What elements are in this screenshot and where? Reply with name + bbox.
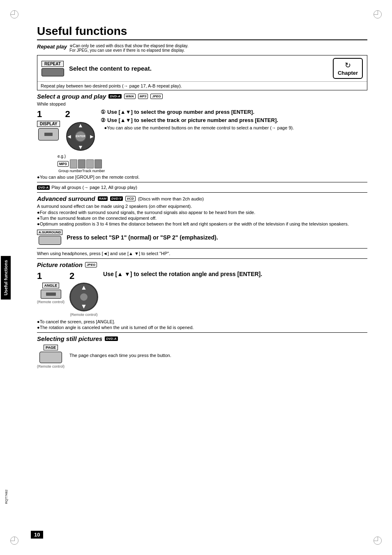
repeat-icon: ↻: [338, 61, 358, 70]
mp3-badge-eg: MP3: [58, 161, 69, 167]
file-icons: [70, 159, 102, 168]
repeat-ab-note: Repeat play between two desired points (…: [37, 82, 367, 90]
dvda-note: DVD-A Play all groups (→ page 12, All gr…: [37, 185, 367, 190]
surround-press-row: A.SURROUND Press to select "SP 1" (norma…: [37, 230, 367, 245]
badge-mp3: MP3: [138, 94, 148, 99]
advanced-surround-title: Advanced surround RAM DVD-V VCD (Discs w…: [37, 195, 367, 202]
selecting-still-title: Selecting still pictures DVD-A: [37, 335, 367, 342]
selecting-still-section: Selecting still pictures DVD-A PAGE (Rem…: [37, 335, 367, 368]
still-steps: PAGE (Remote control) The page changes e…: [37, 345, 367, 368]
page-title: Useful functions: [37, 25, 367, 40]
angle-label: ANGLE: [42, 283, 60, 288]
asurround-label: A.SURROUND: [37, 230, 62, 235]
page-btn-sublabel: (Remote control): [37, 364, 65, 368]
step2-bullet: ●You can also use the numbered buttons o…: [104, 125, 367, 130]
rotation-step1-sublabel: (Remote control): [37, 300, 65, 304]
page-btn-graphic: [39, 352, 62, 363]
dpad-right-arrow: ►: [89, 133, 95, 140]
badge-jpeg-rot: JPEG: [85, 262, 97, 267]
rot-dpad-down: ▼: [81, 303, 87, 310]
rotation-bullet-1: ●To cancel the screen, press [ANGLE].: [37, 319, 367, 324]
group-remote-note: ●You can also use [GROUP] on the remote …: [37, 175, 367, 180]
surround-bullet-2: ●Turn the surround feature on the connec…: [37, 216, 367, 221]
repeat-play-note: ※Can only be used with discs that show t…: [69, 44, 189, 53]
enter-button: ENTER: [75, 131, 86, 142]
rotation-step2-num: 2: [69, 271, 74, 281]
rotation-instruction: Use [▲ ▼] to select the rotation angle a…: [103, 271, 367, 277]
rot-dpad-up: ▲: [81, 284, 87, 291]
select-group-title: Select a group and play DVD-A WMA MP3 JP…: [37, 93, 367, 100]
repeat-section: REPEAT Select the content to repeat. ↻ C…: [37, 55, 367, 90]
step1-label: DISPLAY: [37, 121, 60, 127]
section-divider-4: [37, 258, 367, 259]
rotation-steps: 1 ANGLE (Remote control) 2 ▲ ▼: [37, 271, 367, 317]
picture-rotation-title: Picture rotation JPEG: [37, 261, 367, 268]
step2-number: 2: [65, 109, 70, 120]
dpad-left-arrow: ◄: [66, 133, 72, 140]
rotation-dpad: ▲ ▼: [69, 283, 98, 311]
repeat-play-label: Repeat play: [37, 44, 67, 50]
page-btn-label: PAGE: [44, 345, 58, 350]
angle-btn-graphic: [41, 290, 61, 299]
rotation-step2-sublabel: (Remote control): [70, 313, 98, 317]
section-divider-3: [37, 248, 367, 249]
badge-dvda-still: DVD-A: [105, 336, 118, 341]
asurround-btn-graphic: [39, 236, 61, 245]
badge-vcd: VCD: [125, 196, 136, 201]
badge-wma: WMA: [124, 94, 136, 99]
dvda-badge-note: DVD-A: [37, 185, 50, 190]
select-group-section: Select a group and play DVD-A WMA MP3 JP…: [37, 93, 367, 190]
dpad-up-arrow: ▲: [78, 122, 83, 129]
surround-bullet-3: ●Optimum seating position is 3 to 4 time…: [37, 221, 367, 226]
headphone-note: When using headphones, press [◄] and use…: [37, 251, 367, 256]
section-divider-5: [37, 332, 367, 333]
dpad-down-arrow: ▼: [78, 144, 83, 150]
still-note: The page changes each time you press the…: [69, 353, 171, 358]
chapter-badge: ↻ Chapter: [333, 58, 363, 79]
step-instructions: ① Use [▲▼] to select the group number an…: [101, 109, 367, 130]
step1-col: 1 DISPLAY: [37, 109, 60, 140]
repeat-key-label: REPEAT: [42, 60, 64, 76]
badge-ram: RAM: [98, 196, 108, 201]
rotation-step2-dpad: 2 ▲ ▼ (Remote control): [69, 271, 98, 317]
section-divider-1: [37, 182, 367, 182]
rotation-step1-num: 1: [37, 271, 42, 281]
dpad: ▲ ▼ ◄ ► ENTER: [65, 121, 96, 152]
rotation-bullet-2: ●The rotation angle is canceled when the…: [37, 325, 367, 330]
section-divider-2: [37, 192, 367, 193]
select-group-subtitle: While stopped: [37, 101, 367, 106]
badge-jpeg: JPEG: [150, 94, 162, 99]
surround-desc: A surround sound effect can be made usin…: [37, 204, 367, 209]
eg-label: e.g.): [58, 154, 106, 159]
step1-number: 1: [37, 109, 42, 120]
rotation-step1: 1 ANGLE (Remote control): [37, 271, 65, 304]
step2-inst1: ① Use [▲▼] to select the group number an…: [101, 109, 367, 115]
repeat-instruction: Select the content to repeat.: [69, 65, 328, 72]
page-btn-col: PAGE (Remote control): [37, 345, 65, 368]
surround-press-instruction: Press to select "SP 1" (normal) or "SP 2…: [67, 234, 218, 241]
display-button: [38, 128, 59, 140]
asurround-btn-col: A.SURROUND: [37, 230, 62, 245]
surround-bullet-1: ●For discs recorded with surround sound …: [37, 210, 367, 215]
repeat-play-intro: Repeat play ※Can only be used with discs…: [37, 44, 367, 53]
badge-dvda: DVD-A: [108, 94, 121, 99]
step2-inst2: ② Use [▲▼] to select the track or pictur…: [101, 117, 367, 123]
picture-rotation-section: Picture rotation JPEG 1 ANGLE (Remote co…: [37, 261, 367, 330]
step2-col: 2 ▲ ▼ ◄ ► ENTER: [65, 109, 96, 152]
group-illustration: e.g.) MP3 Group number Track number: [37, 154, 367, 173]
group-track-labels: Group number Track number: [58, 169, 106, 173]
advanced-surround-section: Advanced surround RAM DVD-V VCD (Discs w…: [37, 195, 367, 256]
badge-dvdv: DVD-V: [110, 196, 123, 201]
